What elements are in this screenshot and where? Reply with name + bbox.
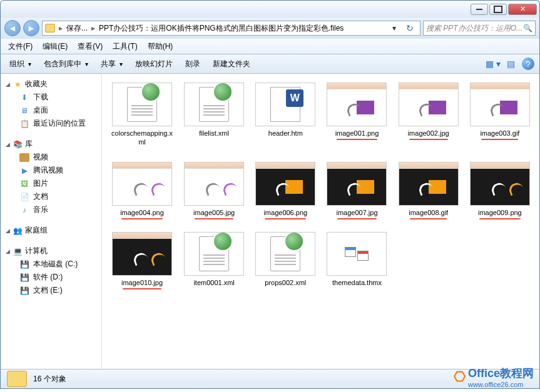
- menu-tools[interactable]: 工具(T): [108, 40, 142, 53]
- sidebar-pictures[interactable]: 🖼图片: [1, 177, 101, 190]
- menu-view[interactable]: 查看(V): [73, 40, 108, 53]
- file-thumbnail: [399, 83, 459, 126]
- file-item[interactable]: image004.png: [108, 159, 176, 219]
- forward-button[interactable]: ►: [23, 20, 39, 36]
- menu-edit[interactable]: 编辑(E): [38, 40, 73, 53]
- file-name-label: image005.jpg: [193, 208, 235, 217]
- toolbar: 组织 包含到库中 共享 放映幻灯片 刻录 新建文件夹 ▦ ▾ ▤ ?: [0, 54, 540, 74]
- file-item[interactable]: image005.jpg: [181, 159, 247, 219]
- file-item[interactable]: props002.xml: [252, 229, 318, 289]
- sidebar-disk-d[interactable]: 💾软件 (D:): [1, 271, 101, 284]
- breadcrumb-seg2[interactable]: PPT办公技巧：运用OK插件将PNG格式的黑白图标图片变为指定彩色.files: [99, 23, 344, 34]
- address-bar[interactable]: ▸ 保存... ▸ PPT办公技巧：运用OK插件将PNG格式的黑白图标图片变为指…: [42, 21, 420, 36]
- file-name-label: themedata.thmx: [332, 278, 382, 287]
- search-icon: 🔍: [523, 24, 532, 33]
- file-item[interactable]: image002.jpg: [395, 80, 462, 149]
- sidebar-music[interactable]: ♪音乐: [1, 203, 101, 216]
- back-button[interactable]: ◄: [4, 20, 21, 36]
- file-item[interactable]: item0001.xml: [181, 229, 247, 289]
- file-item[interactable]: image010.jpg: [108, 229, 176, 289]
- navigation-sidebar: ◢★收藏夹 ⬇下载 🖥桌面 📋最近访问的位置 ◢📚库 视频 ▶腾讯视频 🖼图片 …: [1, 74, 102, 369]
- share-button[interactable]: 共享: [96, 56, 128, 72]
- preview-pane-button[interactable]: ▤: [503, 56, 518, 71]
- watermark: ⎔ Office教程网 www.office26.com: [454, 366, 534, 388]
- file-name-label: image002.jpg: [408, 129, 449, 138]
- help-button[interactable]: ?: [521, 56, 536, 71]
- close-button[interactable]: ✕: [508, 4, 537, 15]
- file-item[interactable]: image003.gif: [467, 80, 533, 149]
- sidebar-favorites[interactable]: ◢★收藏夹: [1, 78, 101, 91]
- include-button[interactable]: 包含到库中: [39, 56, 93, 72]
- file-name-label: image004.png: [120, 208, 164, 217]
- file-name-label: colorschemapping.xml: [111, 129, 173, 147]
- address-dropdown[interactable]: ▾: [389, 21, 400, 35]
- file-item[interactable]: image001.png: [323, 80, 390, 149]
- file-thumbnail: [470, 83, 530, 126]
- file-item[interactable]: image008.gif: [395, 159, 462, 219]
- main-area: ◢★收藏夹 ⬇下载 🖥桌面 📋最近访问的位置 ◢📚库 视频 ▶腾讯视频 🖼图片 …: [0, 74, 540, 369]
- file-name-label: filelist.xml: [199, 129, 229, 138]
- file-item[interactable]: image006.png: [252, 159, 318, 219]
- breadcrumb-seg1[interactable]: 保存...: [66, 23, 88, 34]
- file-thumbnail: [184, 162, 244, 206]
- file-thumbnail: [184, 83, 244, 126]
- sidebar-computer[interactable]: ◢💻计算机: [1, 244, 101, 258]
- menu-bar: 文件(F) 编辑(E) 查看(V) 工具(T) 帮助(H): [0, 39, 540, 54]
- file-thumbnail: [470, 162, 530, 206]
- file-thumbnail: [112, 232, 172, 276]
- file-item[interactable]: image007.jpg: [323, 159, 390, 219]
- status-count: 16 个对象: [33, 374, 66, 384]
- file-thumbnail: [327, 232, 387, 276]
- file-item[interactable]: filelist.xml: [181, 80, 247, 149]
- file-name-label: image009.png: [478, 208, 522, 217]
- breadcrumb-sep: ▸: [58, 24, 64, 33]
- file-item[interactable]: colorschemapping.xml: [108, 80, 176, 149]
- newfolder-button[interactable]: 新建文件夹: [208, 56, 255, 72]
- file-name-label: image003.gif: [480, 129, 519, 138]
- sidebar-tencent[interactable]: ▶腾讯视频: [1, 164, 101, 177]
- file-name-label: image008.gif: [409, 208, 448, 217]
- breadcrumb-sep: ▸: [90, 24, 96, 33]
- menu-file[interactable]: 文件(F): [3, 40, 38, 53]
- burn-button[interactable]: 刻录: [180, 56, 205, 72]
- organize-button[interactable]: 组织: [4, 56, 36, 72]
- maximize-button[interactable]: [489, 4, 507, 15]
- file-name-label: image001.png: [335, 129, 379, 138]
- file-thumbnail: [399, 162, 459, 206]
- folder-icon: [45, 24, 55, 33]
- refresh-button[interactable]: ↻: [402, 21, 417, 35]
- file-name-label: item0001.xml: [193, 278, 234, 287]
- file-name-label: image006.png: [263, 208, 307, 217]
- menu-help[interactable]: 帮助(H): [143, 40, 178, 53]
- sidebar-homegroup[interactable]: ◢👥家庭组: [1, 224, 101, 237]
- file-thumbnail: [112, 83, 172, 126]
- search-input[interactable]: 搜索 PPT办公技巧：运用O... 🔍: [423, 21, 536, 36]
- watermark-url: www.office26.com: [468, 381, 534, 388]
- sidebar-videos[interactable]: 视频: [1, 151, 101, 164]
- sidebar-disk-c[interactable]: 💾本地磁盘 (C:): [1, 258, 101, 271]
- file-name-label: image007.jpg: [336, 208, 377, 217]
- file-name-label: image010.jpg: [121, 278, 163, 287]
- sidebar-libraries[interactable]: ◢📚库: [1, 138, 101, 151]
- sidebar-documents[interactable]: 📄文档: [1, 190, 101, 203]
- slideshow-button[interactable]: 放映幻灯片: [130, 56, 178, 72]
- search-placeholder: 搜索 PPT办公技巧：运用O...: [426, 23, 522, 34]
- file-thumbnail: [112, 162, 172, 206]
- sidebar-downloads[interactable]: ⬇下载: [1, 91, 101, 104]
- address-bar-row: ◄ ► ▸ 保存... ▸ PPT办公技巧：运用OK插件将PNG格式的黑白图标图…: [0, 18, 540, 39]
- file-thumbnail: [327, 162, 387, 206]
- file-thumbnail: [184, 232, 244, 276]
- file-item[interactable]: themedata.thmx: [323, 229, 390, 289]
- sidebar-disk-e[interactable]: 💾文档 (E:): [1, 284, 101, 297]
- sidebar-recent[interactable]: 📋最近访问的位置: [1, 117, 101, 130]
- status-folder-icon: [7, 371, 27, 387]
- sidebar-desktop[interactable]: 🖥桌面: [1, 104, 101, 117]
- file-thumbnail: W: [255, 83, 315, 126]
- view-options-button[interactable]: ▦ ▾: [486, 56, 501, 71]
- file-list: colorschemapping.xmlfilelist.xmlWheader.…: [102, 74, 539, 369]
- file-item[interactable]: Wheader.htm: [252, 80, 318, 149]
- sidebar-favorites-label: 收藏夹: [25, 79, 48, 89]
- file-name-label: header.htm: [268, 129, 303, 138]
- file-item[interactable]: image009.png: [467, 159, 533, 219]
- minimize-button[interactable]: [471, 4, 488, 15]
